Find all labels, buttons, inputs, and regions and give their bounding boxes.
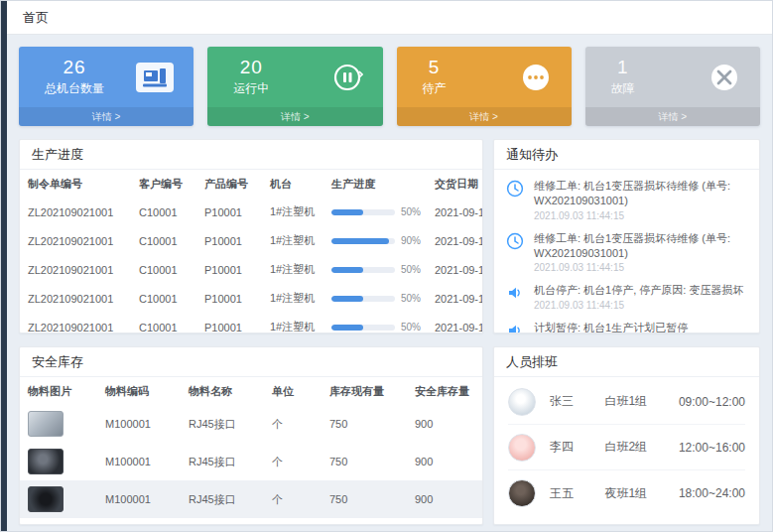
fault-detail-link[interactable]: 详情 > (585, 107, 760, 126)
staff-name: 李四 (550, 439, 590, 456)
tools-icon (709, 62, 740, 93)
staff-name: 张三 (550, 393, 590, 410)
production-row: ZL202109021001 C10001 P10001 1#注塑机 50% (20, 313, 483, 333)
col-progress: 生产进度 (323, 170, 427, 198)
card-total-machines[interactable]: 26 总机台数量 (19, 47, 193, 126)
notification-time: 2021.09.03 11:44:15 (534, 210, 747, 221)
material-name-cell: RJ45接口 (181, 480, 264, 518)
material-code-cell: M100001 (97, 405, 181, 443)
clock-icon (506, 231, 526, 274)
progress-cell: 50% (323, 255, 427, 284)
card-stats: 1 故障 (611, 57, 635, 97)
progress-cell: 90% (323, 226, 427, 255)
total-machines-label: 总机台数量 (45, 80, 104, 97)
stock-table: 物料图片 物料编码 物料名称 单位 库存现有量 安全库存量 M (20, 377, 483, 518)
date-cell: 2021-09-10 (427, 284, 483, 313)
material-image-cell (20, 405, 97, 443)
notification-item[interactable]: 计划暂停: 机台1生产计划已暂停 2021.09.03 11:44:15 (504, 316, 749, 333)
col-safety-stock: 安全库存量 (407, 377, 483, 405)
order-cell: ZL202109021001 (20, 198, 131, 226)
staff-list: 张三 白班1组 09:00~12:00 李四 白班2组 12:00~16:00 (494, 377, 759, 518)
card-body: 26 总机台数量 (19, 47, 193, 107)
ellipsis-icon (520, 62, 552, 93)
staff-schedule-panel: 人员排班 张三 白班1组 09:00~12:00 李四 白班2组 1 (493, 346, 760, 525)
total-machines-detail-link[interactable]: 详情 > (19, 107, 193, 126)
machine-cell: 1#注塑机 (262, 198, 323, 226)
date-cell: 2021-09-10 (427, 198, 483, 226)
upper-panels: 生产进度 制令单编号 客户编号 产品编号 机台 生产进度 交货日期 (19, 139, 760, 333)
progress-percent: 90% (401, 235, 421, 246)
material-name-cell: RJ45接口 (181, 405, 264, 443)
machine-cell: 1#注塑机 (262, 313, 323, 333)
order-cell: ZL202109021001 (20, 255, 131, 284)
notification-time: 2021.09.03 11:44:15 (534, 262, 747, 273)
card-body: 1 故障 (585, 47, 760, 107)
date-cell: 2021-09-10 (427, 226, 483, 255)
unit-cell: 个 (264, 443, 322, 480)
top-bar: 首页 (7, 1, 772, 35)
col-delivery-date: 交货日期 (427, 170, 483, 198)
production-progress-panel: 生产进度 制令单编号 客户编号 产品编号 机台 生产进度 交货日期 (19, 139, 483, 333)
notification-item[interactable]: 维修工单: 机台1变压器损坏待维修 (单号: WX202109031001) 2… (504, 174, 749, 226)
date-cell: 2021-09-10 (427, 313, 483, 333)
col-material-name: 物料名称 (181, 377, 264, 405)
material-image-cell (20, 480, 97, 518)
staff-time: 09:00~12:00 (679, 395, 745, 409)
fault-value: 1 (617, 57, 629, 78)
notifications-panel-title: 通知待办 (494, 140, 759, 170)
current-stock-cell: 750 (322, 405, 407, 443)
running-value: 20 (240, 57, 263, 78)
progress-bar (331, 296, 395, 302)
safety-stock-cell: 900 (407, 480, 483, 518)
rj45-connector-image (28, 411, 64, 437)
staff-name: 王五 (550, 485, 590, 502)
customer-cell: C10001 (131, 198, 196, 226)
staff-time: 18:00~24:00 (679, 486, 745, 500)
avatar (508, 479, 536, 507)
lower-panels: 安全库存 物料图片 物料编码 物料名称 单位 库存现有量 安全库存量 (19, 346, 760, 525)
notification-text: 维修工单: 机台1变压器损坏待维修 (单号: WX202109031001) (534, 179, 747, 208)
machine-cell: 1#注塑机 (262, 226, 323, 255)
notification-text: 机台停产: 机台1停产, 停产原因: 变压器损坏 (534, 283, 743, 298)
product-cell: P10001 (196, 284, 262, 313)
col-current-stock: 库存现有量 (322, 377, 407, 405)
card-running[interactable]: 20 运行中 详情 > (207, 47, 382, 126)
progress-cell: 50% (323, 198, 427, 226)
notification-text: 计划暂停: 机台1生产计划已暂停 (534, 321, 688, 333)
progress-percent: 50% (401, 206, 421, 217)
card-body: 20 运行中 (207, 47, 382, 107)
speaker-part-image (28, 486, 64, 512)
material-code-cell: M100001 (97, 480, 181, 518)
product-cell: P10001 (196, 255, 262, 284)
notifications-panel: 通知待办 维修工单: 机台1变压器损坏待维修 (单号: WX2021090310… (493, 139, 760, 333)
col-unit: 单位 (264, 377, 322, 405)
production-row: ZL202109021001 C10001 P10001 1#注塑机 50% (20, 255, 483, 284)
order-cell: ZL202109021001 (20, 226, 131, 255)
machine-cell: 1#注塑机 (262, 255, 323, 284)
staff-panel-title: 人员排班 (494, 347, 759, 377)
production-table: 制令单编号 客户编号 产品编号 机台 生产进度 交货日期 ZL202109021… (20, 170, 483, 333)
main-area: 首页 26 总机台数量 (7, 1, 772, 531)
order-cell: ZL202109021001 (20, 313, 131, 333)
card-fault[interactable]: 1 故障 详情 (585, 47, 760, 126)
col-material-code: 物料编码 (97, 377, 181, 405)
running-label: 运行中 (233, 80, 269, 97)
notification-item[interactable]: 维修工单: 机台1变压器损坏待维修 (单号: WX202109031001) 2… (504, 226, 749, 279)
current-stock-cell: 750 (322, 480, 407, 518)
card-waiting[interactable]: 5 待产 详情 > (397, 47, 572, 126)
material-image-cell (20, 443, 97, 480)
progress-percent: 50% (401, 322, 421, 332)
card-body: 5 待产 (397, 47, 572, 107)
stat-cards: 26 总机台数量 (19, 47, 760, 126)
customer-cell: C10001 (131, 226, 196, 255)
notification-item[interactable]: 机台停产: 机台1停产, 停产原因: 变压器损坏 2021.09.03 11:4… (504, 278, 749, 316)
waiting-value: 5 (429, 57, 441, 78)
customer-cell: C10001 (131, 284, 196, 313)
total-machines-value: 26 (63, 57, 85, 78)
running-detail-link[interactable]: 详情 > (207, 107, 382, 126)
material-code-cell: M100001 (97, 443, 181, 480)
stock-row: M100001 RJ45接口 个 750 900 (20, 480, 483, 518)
waiting-detail-link[interactable]: 详情 > (397, 107, 572, 126)
notification-text: 维修工单: 机台1变压器损坏待维修 (单号: WX202109031001) (534, 231, 747, 261)
col-material-image: 物料图片 (20, 377, 97, 405)
